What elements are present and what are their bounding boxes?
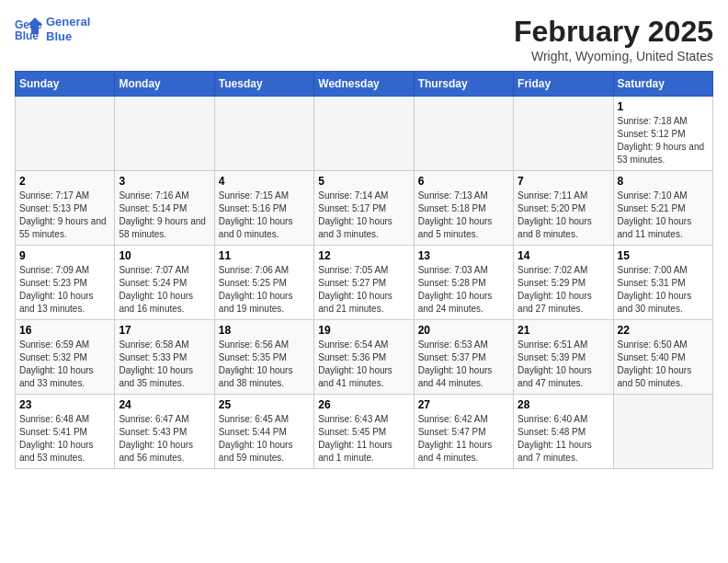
weekday-header-saturday: Saturday bbox=[613, 72, 712, 97]
day-number: 1 bbox=[618, 100, 709, 113]
day-number: 11 bbox=[219, 249, 310, 262]
day-number: 15 bbox=[618, 249, 709, 262]
day-info: Sunrise: 6:42 AMSunset: 5:47 PMDaylight:… bbox=[418, 413, 509, 465]
weekday-header-monday: Monday bbox=[115, 72, 214, 97]
day-cell: 3Sunrise: 7:16 AMSunset: 5:14 PMDaylight… bbox=[115, 171, 214, 246]
week-row-3: 9Sunrise: 7:09 AMSunset: 5:23 PMDaylight… bbox=[16, 246, 713, 320]
day-info: Sunrise: 6:48 AMSunset: 5:41 PMDaylight:… bbox=[19, 413, 110, 465]
day-number: 12 bbox=[318, 249, 409, 262]
page-header: General Blue General Blue February 2025 … bbox=[15, 15, 713, 63]
title-area: February 2025 Wright, Wyoming, United St… bbox=[514, 15, 713, 63]
day-info: Sunrise: 6:43 AMSunset: 5:45 PMDaylight:… bbox=[318, 413, 409, 465]
day-info: Sunrise: 7:09 AMSunset: 5:23 PMDaylight:… bbox=[19, 264, 110, 316]
weekday-header-sunday: Sunday bbox=[16, 72, 115, 97]
day-number: 21 bbox=[518, 324, 609, 337]
day-number: 16 bbox=[19, 324, 110, 337]
week-row-1: 1Sunrise: 7:18 AMSunset: 5:12 PMDaylight… bbox=[16, 97, 713, 171]
month-title: February 2025 bbox=[514, 15, 713, 49]
day-cell: 26Sunrise: 6:43 AMSunset: 5:45 PMDayligh… bbox=[314, 395, 414, 469]
day-number: 14 bbox=[518, 249, 609, 262]
day-info: Sunrise: 7:14 AMSunset: 5:17 PMDaylight:… bbox=[318, 190, 409, 241]
day-info: Sunrise: 7:07 AMSunset: 5:24 PMDaylight:… bbox=[119, 264, 210, 316]
day-cell bbox=[214, 97, 313, 171]
day-info: Sunrise: 7:05 AMSunset: 5:27 PMDaylight:… bbox=[318, 264, 409, 316]
day-info: Sunrise: 7:10 AMSunset: 5:21 PMDaylight:… bbox=[618, 190, 709, 241]
day-cell: 12Sunrise: 7:05 AMSunset: 5:27 PMDayligh… bbox=[314, 246, 414, 320]
day-cell: 25Sunrise: 6:45 AMSunset: 5:44 PMDayligh… bbox=[214, 395, 313, 469]
week-row-5: 23Sunrise: 6:48 AMSunset: 5:41 PMDayligh… bbox=[16, 395, 713, 469]
day-cell bbox=[613, 395, 712, 469]
day-number: 19 bbox=[318, 324, 409, 337]
day-info: Sunrise: 6:54 AMSunset: 5:36 PMDaylight:… bbox=[318, 339, 409, 390]
day-number: 25 bbox=[219, 398, 310, 411]
day-cell: 10Sunrise: 7:07 AMSunset: 5:24 PMDayligh… bbox=[115, 246, 214, 320]
week-row-4: 16Sunrise: 6:59 AMSunset: 5:32 PMDayligh… bbox=[16, 320, 713, 395]
weekday-header-tuesday: Tuesday bbox=[214, 72, 313, 97]
day-info: Sunrise: 7:11 AMSunset: 5:20 PMDaylight:… bbox=[518, 190, 609, 241]
day-cell: 15Sunrise: 7:00 AMSunset: 5:31 PMDayligh… bbox=[613, 246, 712, 320]
day-info: Sunrise: 6:59 AMSunset: 5:32 PMDaylight:… bbox=[19, 339, 110, 390]
logo-text-blue: Blue bbox=[46, 29, 90, 44]
calendar-table: SundayMondayTuesdayWednesdayThursdayFrid… bbox=[15, 71, 713, 469]
location-title: Wright, Wyoming, United States bbox=[514, 49, 713, 63]
weekday-header-friday: Friday bbox=[514, 72, 613, 97]
day-cell bbox=[514, 97, 613, 171]
day-cell: 5Sunrise: 7:14 AMSunset: 5:17 PMDaylight… bbox=[314, 171, 414, 246]
day-number: 20 bbox=[418, 324, 509, 337]
day-cell: 22Sunrise: 6:50 AMSunset: 5:40 PMDayligh… bbox=[613, 320, 712, 395]
day-info: Sunrise: 7:16 AMSunset: 5:14 PMDaylight:… bbox=[119, 190, 210, 241]
day-info: Sunrise: 7:03 AMSunset: 5:28 PMDaylight:… bbox=[418, 264, 509, 316]
day-info: Sunrise: 6:45 AMSunset: 5:44 PMDaylight:… bbox=[219, 413, 310, 465]
weekday-header-wednesday: Wednesday bbox=[314, 72, 414, 97]
day-number: 6 bbox=[418, 175, 509, 188]
day-number: 8 bbox=[618, 175, 709, 188]
day-info: Sunrise: 6:58 AMSunset: 5:33 PMDaylight:… bbox=[119, 339, 210, 390]
day-number: 18 bbox=[219, 324, 310, 337]
day-cell: 11Sunrise: 7:06 AMSunset: 5:25 PMDayligh… bbox=[214, 246, 313, 320]
day-number: 22 bbox=[618, 324, 709, 337]
day-number: 13 bbox=[418, 249, 509, 262]
day-number: 24 bbox=[119, 398, 210, 411]
week-row-2: 2Sunrise: 7:17 AMSunset: 5:13 PMDaylight… bbox=[16, 171, 713, 246]
day-cell: 16Sunrise: 6:59 AMSunset: 5:32 PMDayligh… bbox=[16, 320, 115, 395]
day-info: Sunrise: 7:15 AMSunset: 5:16 PMDaylight:… bbox=[219, 190, 310, 241]
day-cell bbox=[115, 97, 214, 171]
day-cell: 18Sunrise: 6:56 AMSunset: 5:35 PMDayligh… bbox=[214, 320, 313, 395]
day-number: 5 bbox=[318, 175, 409, 188]
day-cell: 23Sunrise: 6:48 AMSunset: 5:41 PMDayligh… bbox=[16, 395, 115, 469]
day-cell bbox=[314, 97, 414, 171]
logo: General Blue General Blue bbox=[15, 15, 90, 43]
day-info: Sunrise: 6:51 AMSunset: 5:39 PMDaylight:… bbox=[518, 339, 609, 390]
day-cell: 28Sunrise: 6:40 AMSunset: 5:48 PMDayligh… bbox=[514, 395, 613, 469]
day-cell: 24Sunrise: 6:47 AMSunset: 5:43 PMDayligh… bbox=[115, 395, 214, 469]
day-info: Sunrise: 6:53 AMSunset: 5:37 PMDaylight:… bbox=[418, 339, 509, 390]
day-number: 23 bbox=[19, 398, 110, 411]
day-cell: 20Sunrise: 6:53 AMSunset: 5:37 PMDayligh… bbox=[414, 320, 513, 395]
day-info: Sunrise: 7:02 AMSunset: 5:29 PMDaylight:… bbox=[518, 264, 609, 316]
day-info: Sunrise: 6:50 AMSunset: 5:40 PMDaylight:… bbox=[618, 339, 709, 390]
day-number: 10 bbox=[119, 249, 210, 262]
day-number: 9 bbox=[19, 249, 110, 262]
day-number: 4 bbox=[219, 175, 310, 188]
day-cell: 1Sunrise: 7:18 AMSunset: 5:12 PMDaylight… bbox=[613, 97, 712, 171]
logo-icon: General Blue bbox=[15, 16, 42, 43]
day-number: 7 bbox=[518, 175, 609, 188]
day-cell bbox=[16, 97, 115, 171]
day-number: 26 bbox=[318, 398, 409, 411]
day-cell: 4Sunrise: 7:15 AMSunset: 5:16 PMDaylight… bbox=[214, 171, 313, 246]
day-info: Sunrise: 7:17 AMSunset: 5:13 PMDaylight:… bbox=[19, 190, 110, 241]
day-cell bbox=[414, 97, 513, 171]
day-info: Sunrise: 6:56 AMSunset: 5:35 PMDaylight:… bbox=[219, 339, 310, 390]
day-cell: 14Sunrise: 7:02 AMSunset: 5:29 PMDayligh… bbox=[514, 246, 613, 320]
logo-text-general: General bbox=[46, 15, 90, 29]
day-number: 3 bbox=[119, 175, 210, 188]
day-info: Sunrise: 7:18 AMSunset: 5:12 PMDaylight:… bbox=[618, 115, 709, 167]
day-cell: 19Sunrise: 6:54 AMSunset: 5:36 PMDayligh… bbox=[314, 320, 414, 395]
day-cell: 21Sunrise: 6:51 AMSunset: 5:39 PMDayligh… bbox=[514, 320, 613, 395]
day-info: Sunrise: 6:40 AMSunset: 5:48 PMDaylight:… bbox=[518, 413, 609, 465]
day-number: 2 bbox=[19, 175, 110, 188]
day-number: 27 bbox=[418, 398, 509, 411]
day-number: 17 bbox=[119, 324, 210, 337]
day-info: Sunrise: 7:13 AMSunset: 5:18 PMDaylight:… bbox=[418, 190, 509, 241]
day-info: Sunrise: 7:00 AMSunset: 5:31 PMDaylight:… bbox=[618, 264, 709, 316]
